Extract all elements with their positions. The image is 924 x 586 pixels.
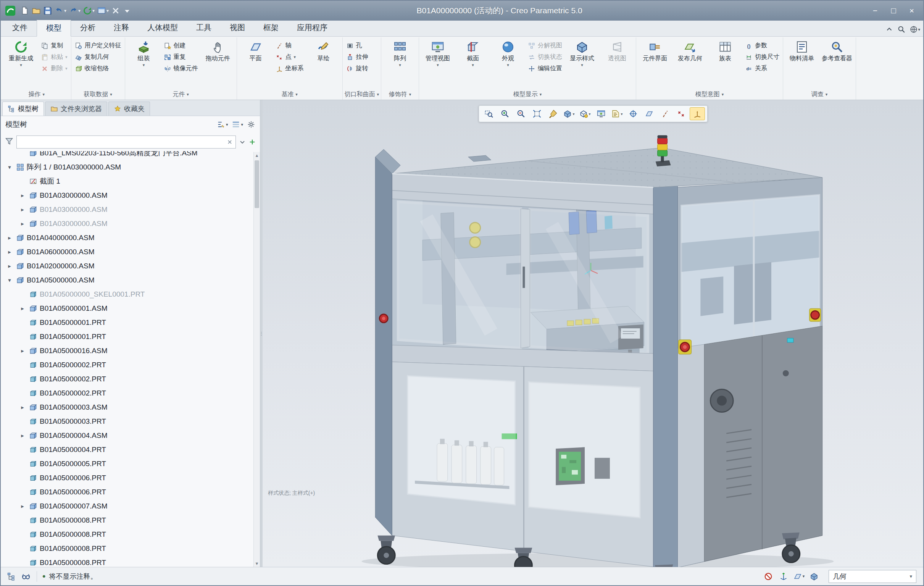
expand-toggle[interactable]: ▸ bbox=[18, 404, 27, 411]
paneltab-favorites[interactable]: 收藏夹 bbox=[108, 102, 150, 116]
scroll-down-arrow[interactable]: ▼ bbox=[254, 560, 260, 567]
expand-toggle[interactable]: ▾ bbox=[5, 164, 14, 171]
axis-display-button[interactable] bbox=[658, 107, 673, 120]
tree-item[interactable]: ▾阵列 1 / B01A03000000.ASM bbox=[2, 160, 252, 174]
tree-item[interactable]: ▸B01A03000000.ASM bbox=[2, 188, 252, 202]
ribbon-group-label-datum[interactable]: 基准▾ bbox=[239, 89, 340, 100]
undo-button[interactable]: ▾ bbox=[54, 5, 67, 17]
user-defined-feature-button[interactable]: 用户定义特征 bbox=[73, 40, 123, 51]
refit-button[interactable] bbox=[530, 107, 544, 120]
minimize-ribbon-button[interactable] bbox=[884, 25, 894, 35]
component-interface-button[interactable]: 元件界面 bbox=[638, 38, 672, 63]
tree-scrollbar[interactable]: ▲ ▼ bbox=[253, 152, 260, 567]
shrinkwrap-button[interactable]: 收缩包络 bbox=[73, 63, 123, 74]
tree-item[interactable]: B01A_LMS02203-1150-560高精度龙门平台.ASM bbox=[2, 151, 252, 160]
repeat-button[interactable]: 重复 bbox=[162, 52, 200, 62]
tab-analysis[interactable]: 分析 bbox=[71, 20, 105, 36]
exploded-view-button[interactable]: 分解视图 bbox=[526, 40, 564, 51]
find-in-model-button[interactable] bbox=[19, 569, 33, 583]
extrude-button[interactable]: 拉伸 bbox=[345, 52, 370, 62]
regenerate-button[interactable]: 重新生成▾ bbox=[4, 38, 38, 68]
publish-geometry-button[interactable]: 发布几何 bbox=[673, 38, 707, 63]
tree-item[interactable]: B01A05000008.PRT bbox=[2, 527, 252, 541]
tree-item[interactable]: ▸B01A05000003.ASM bbox=[2, 400, 252, 414]
tree-item[interactable]: B01A05000003.PRT bbox=[2, 414, 252, 428]
windows-button[interactable]: ▾ bbox=[96, 5, 109, 17]
search-dropdown-button[interactable] bbox=[239, 138, 246, 146]
filter-funnel-icon[interactable] bbox=[5, 137, 14, 147]
switch-dimensions-button[interactable]: 切换尺寸 bbox=[744, 52, 781, 62]
mirror-component-button[interactable]: 镜像元件 bbox=[162, 63, 200, 74]
tree-item[interactable]: B01A05000002.PRT bbox=[2, 372, 252, 386]
machine-right-face[interactable] bbox=[677, 178, 822, 567]
point-display-button[interactable] bbox=[674, 107, 689, 120]
tree-search-input[interactable] bbox=[19, 138, 225, 146]
create-component-button[interactable]: 创建 bbox=[162, 40, 200, 51]
tab-view[interactable]: 视图 bbox=[221, 20, 254, 36]
tree-item[interactable]: B01A05000002.PRT bbox=[2, 386, 252, 400]
tab-model[interactable]: 模型 bbox=[36, 20, 71, 36]
copy-geometry-button[interactable]: 复制几何 bbox=[73, 52, 123, 62]
close-button[interactable]: × bbox=[903, 3, 921, 18]
tab-file[interactable]: 文件 bbox=[3, 20, 36, 36]
tree-item[interactable]: ▸B01A04000000.ASM bbox=[2, 231, 252, 245]
tree-item[interactable]: B01A05000008.PRT bbox=[2, 513, 252, 527]
tab-applications[interactable]: 应用程序 bbox=[288, 20, 337, 36]
copy-button[interactable]: 复制 bbox=[39, 40, 69, 51]
customize-quick-access-button[interactable] bbox=[122, 5, 132, 17]
expand-toggle[interactable]: ▸ bbox=[5, 249, 14, 256]
point-button[interactable]: 点▾ bbox=[274, 52, 305, 62]
tree-item[interactable]: ▸B01A05000007.ASM bbox=[2, 499, 252, 513]
expand-toggle[interactable]: ▸ bbox=[18, 220, 27, 227]
display-style-button[interactable]: ▾ bbox=[561, 107, 577, 120]
scrollbar-thumb[interactable] bbox=[254, 160, 259, 208]
tree-item[interactable]: B01A05000000_SKEL0001.PRT bbox=[2, 287, 252, 301]
save-button[interactable] bbox=[42, 5, 53, 17]
tree-item[interactable]: ▸B01A02000000.ASM bbox=[2, 259, 252, 273]
edit-position-button[interactable]: 编辑位置 bbox=[526, 63, 564, 74]
tree-item[interactable]: B01A05000001.PRT bbox=[2, 315, 252, 330]
tab-framework[interactable]: 框架 bbox=[254, 20, 288, 36]
tree-item[interactable]: B01A05000006.PRT bbox=[2, 471, 252, 485]
tree-item[interactable]: B01A05000006.PRT bbox=[2, 485, 252, 499]
regenerate-quick-button[interactable]: ▾ bbox=[82, 5, 96, 17]
zoom-in-button[interactable] bbox=[497, 107, 513, 120]
display-style-ribbon-button[interactable]: 显示样式▾ bbox=[565, 38, 599, 68]
annotation-display-button[interactable]: ▾ bbox=[609, 107, 625, 120]
tree-item[interactable]: ▸B01A05000001.ASM bbox=[2, 301, 252, 315]
close-window-button[interactable] bbox=[110, 5, 121, 17]
session-status-button[interactable]: ▾ bbox=[909, 25, 921, 35]
tree-options-button[interactable]: ▾ bbox=[217, 120, 228, 129]
tree-item[interactable]: ▸B01A05000004.ASM bbox=[2, 428, 252, 442]
axis-button[interactable]: 轴 bbox=[274, 40, 305, 51]
tree-item[interactable]: B01A05000004.PRT bbox=[2, 442, 252, 457]
toggle-model-tree-button[interactable] bbox=[5, 569, 18, 583]
machine-front-face[interactable] bbox=[392, 174, 653, 567]
tree-item[interactable]: ▾B01A05000000.ASM bbox=[2, 273, 252, 287]
machine-3d-model[interactable] bbox=[262, 100, 923, 567]
display-mode-button[interactable] bbox=[807, 569, 821, 583]
tree-item[interactable]: B01A05000008.PRT bbox=[2, 541, 252, 555]
tree-display-options-button[interactable]: ▾ bbox=[232, 120, 243, 129]
tree-item[interactable]: B01A05000001.PRT bbox=[2, 330, 252, 343]
tree-item[interactable]: ▸B01A03000000.ASM bbox=[2, 216, 252, 231]
tab-tools[interactable]: 工具 bbox=[187, 20, 221, 36]
minimize-button[interactable]: − bbox=[866, 3, 884, 18]
tree-item[interactable]: B01A05000005.PRT bbox=[2, 457, 252, 471]
saved-orientations-button[interactable]: ▾ bbox=[578, 107, 593, 120]
tab-annotate[interactable]: 注释 bbox=[105, 20, 138, 36]
hole-button[interactable]: 孔 bbox=[345, 40, 370, 51]
redo-button[interactable]: ▾ bbox=[68, 5, 81, 17]
ribbon-group-label-get-data[interactable]: 获取数据▾ bbox=[73, 89, 123, 100]
clear-search-button[interactable] bbox=[226, 139, 233, 145]
expand-toggle[interactable]: ▸ bbox=[5, 234, 14, 241]
expand-toggle[interactable]: ▸ bbox=[18, 432, 27, 439]
selection-filter-combo[interactable]: 几何 ▾ bbox=[828, 570, 916, 583]
command-search-button[interactable] bbox=[896, 25, 906, 35]
sketch-button[interactable]: 草绘 bbox=[307, 38, 340, 63]
coordinate-system-button[interactable]: 坐标系 bbox=[274, 63, 305, 74]
spin-center-button[interactable] bbox=[625, 107, 641, 120]
scroll-up-arrow[interactable]: ▲ bbox=[254, 152, 260, 159]
ribbon-group-label-cut-surface[interactable]: 切口和曲面▾ bbox=[345, 89, 380, 100]
csys-display-button[interactable] bbox=[690, 107, 705, 120]
